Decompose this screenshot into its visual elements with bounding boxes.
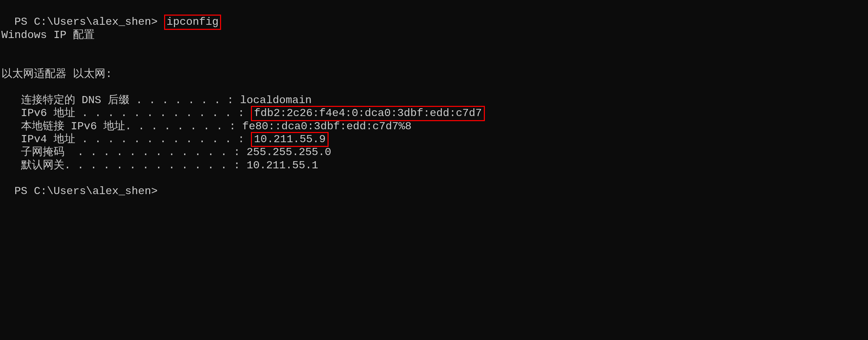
- link-local-ipv6-row: 本地链接 IPv6 地址. . . . . . . . : fe80::dca0…: [1, 120, 867, 133]
- prompt-text: PS C:\Users\alex_shen>: [14, 185, 164, 197]
- prompt-line-1[interactable]: PS C:\Users\alex_shen> ipconfig: [1, 3, 867, 29]
- ipv6-row: IPv6 地址 . . . . . . . . . . . . : fdb2:2…: [1, 107, 867, 120]
- dns-suffix-label: 连接特定的 DNS 后缀 . . . . . . . :: [1, 94, 240, 107]
- adapter-heading: 以太网适配器 以太网:: [1, 68, 867, 81]
- ipv4-label: IPv4 地址 . . . . . . . . . . . . :: [1, 133, 251, 146]
- subnet-row: 子网掩码 . . . . . . . . . . . . : 255.255.2…: [1, 146, 867, 159]
- command-highlight: ipconfig: [164, 15, 221, 30]
- blank-line: [1, 81, 867, 94]
- gateway-value: 10.211.55.1: [246, 159, 318, 172]
- prompt-line-2[interactable]: PS C:\Users\alex_shen>: [1, 172, 867, 198]
- subnet-value: 255.255.255.0: [246, 146, 331, 159]
- blank-line: [1, 42, 867, 55]
- command-text: ipconfig: [166, 16, 219, 28]
- dns-suffix-value: localdomain: [240, 94, 312, 107]
- subnet-label: 子网掩码 . . . . . . . . . . . . :: [1, 146, 246, 159]
- ipv6-value: fdb2:2c26:f4e4:0:dca0:3dbf:edd:c7d7: [254, 107, 482, 119]
- blank-line: [1, 55, 867, 68]
- prompt-prefix: PS C:\Users\alex_shen>: [14, 16, 164, 28]
- dns-suffix-row: 连接特定的 DNS 后缀 . . . . . . . : localdomain: [1, 94, 867, 107]
- gateway-label: 默认网关. . . . . . . . . . . . . :: [1, 159, 246, 172]
- ip-config-heading: Windows IP 配置: [1, 29, 867, 42]
- link-local-ipv6-value: fe80::dca0:3dbf:edd:c7d7%8: [242, 120, 411, 133]
- link-local-ipv6-label: 本地链接 IPv6 地址. . . . . . . . :: [1, 120, 242, 133]
- ipv6-label: IPv6 地址 . . . . . . . . . . . . :: [1, 107, 251, 120]
- gateway-row: 默认网关. . . . . . . . . . . . . : 10.211.5…: [1, 159, 867, 172]
- ipv6-highlight: fdb2:2c26:f4e4:0:dca0:3dbf:edd:c7d7: [251, 106, 485, 121]
- ipv4-value: 10.211.55.9: [254, 133, 326, 146]
- ipv4-highlight: 10.211.55.9: [251, 132, 329, 147]
- ipv4-row: IPv4 地址 . . . . . . . . . . . . : 10.211…: [1, 133, 867, 146]
